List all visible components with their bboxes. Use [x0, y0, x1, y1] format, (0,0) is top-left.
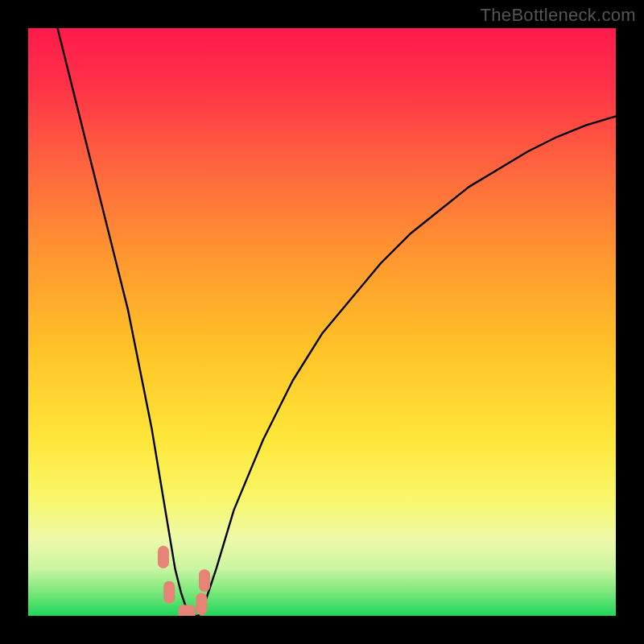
plot-area: [28, 28, 616, 616]
watermark-text: TheBottleneck.com: [481, 5, 636, 26]
chart-canvas-frame: TheBottleneck.com: [0, 0, 644, 644]
valley-marker: [196, 592, 207, 615]
valley-marker: [199, 569, 210, 592]
gradient-background: [28, 28, 616, 616]
valley-marker: [184, 605, 196, 616]
valley-marker: [158, 546, 169, 568]
valley-marker: [163, 581, 175, 604]
chart-svg: [28, 28, 616, 616]
